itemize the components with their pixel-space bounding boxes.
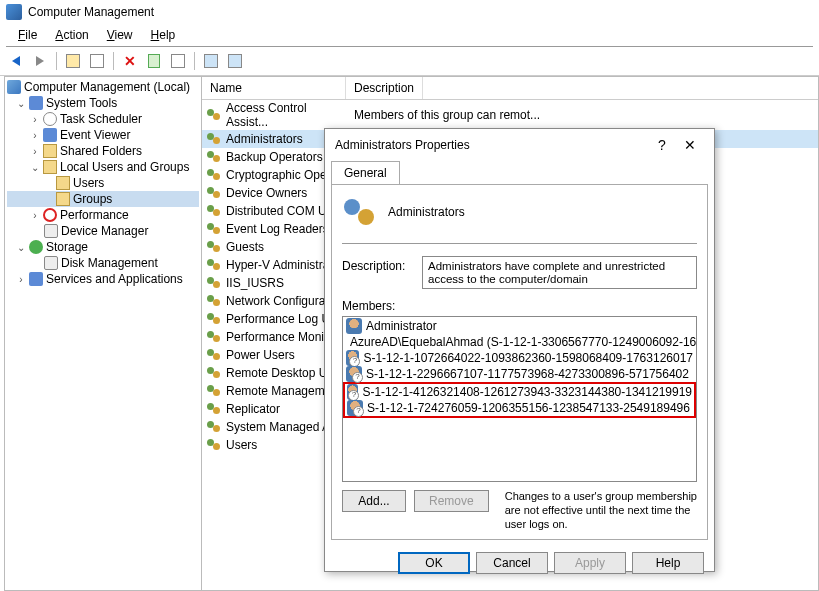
group-icon <box>206 437 222 453</box>
tab-strip: General <box>325 161 714 184</box>
member-item[interactable]: AzureAD\EquebalAhmad (S-1-12-1-330656777… <box>344 334 695 350</box>
chevron-right-icon[interactable]: › <box>30 130 40 141</box>
back-button[interactable] <box>6 51 26 71</box>
menu-action[interactable]: Action <box>47 26 96 44</box>
ok-button[interactable]: OK <box>398 552 470 574</box>
refresh-button[interactable] <box>144 51 164 71</box>
group-icon <box>206 131 222 147</box>
dialog-help-button[interactable]: ? <box>648 137 676 153</box>
window-title: Computer Management <box>28 5 154 19</box>
tree-device-manager[interactable]: Device Manager <box>7 223 199 239</box>
computer-icon <box>7 80 21 94</box>
tree-system-tools[interactable]: ⌄System Tools <box>7 95 199 111</box>
menu-view[interactable]: View <box>99 26 141 44</box>
storage-icon <box>29 240 43 254</box>
properties-button[interactable] <box>87 51 107 71</box>
tools-icon <box>29 96 43 110</box>
member-item[interactable]: S-1-12-1-1072664022-1093862360-159806840… <box>344 350 695 366</box>
up-button[interactable] <box>63 51 83 71</box>
group-icon <box>206 419 222 435</box>
tree-disk-management[interactable]: Disk Management <box>7 255 199 271</box>
dialog-buttons: OK Cancel Apply Help <box>325 546 714 580</box>
tree-services-apps[interactable]: ›Services and Applications <box>7 271 199 287</box>
members-list[interactable]: AdministratorAzureAD\EquebalAhmad (S-1-1… <box>342 316 697 482</box>
group-icon <box>206 365 222 381</box>
group-icon <box>206 329 222 345</box>
forward-button[interactable] <box>30 51 50 71</box>
chevron-down-icon[interactable]: ⌄ <box>16 98 26 109</box>
col-description[interactable]: Description <box>346 77 423 99</box>
chevron-down-icon[interactable]: ⌄ <box>16 242 26 253</box>
description-label: Description: <box>342 256 412 289</box>
chevron-right-icon[interactable]: › <box>30 114 40 125</box>
tree-label: Disk Management <box>61 256 158 270</box>
tab-general[interactable]: General <box>331 161 400 184</box>
group-icon <box>206 239 222 255</box>
member-item[interactable]: Administrator <box>344 318 695 334</box>
highlighted-members: S-1-12-1-4126321408-1261273943-332314438… <box>343 382 696 418</box>
group-icon <box>342 195 376 229</box>
tree-label: Services and Applications <box>46 272 183 286</box>
delete-button[interactable]: ✕ <box>120 51 140 71</box>
tree-groups[interactable]: Groups <box>7 191 199 207</box>
member-name: S-1-12-1-2296667107-1177573968-427330089… <box>366 367 689 381</box>
tree-event-viewer[interactable]: ›Event Viewer <box>7 127 199 143</box>
chevron-right-icon[interactable]: › <box>30 210 40 221</box>
folder-icon <box>56 192 70 206</box>
member-item[interactable]: S-1-12-1-4126321408-1261273943-332314438… <box>345 384 694 400</box>
remove-button[interactable]: Remove <box>414 490 489 512</box>
help-button[interactable] <box>201 51 221 71</box>
dialog-close-button[interactable]: ✕ <box>676 137 704 153</box>
export-button[interactable] <box>168 51 188 71</box>
tree-label: Shared Folders <box>60 144 142 158</box>
help-button[interactable]: Help <box>632 552 704 574</box>
separator <box>56 52 57 70</box>
arrow-left-icon <box>12 56 20 66</box>
folder-up-icon <box>66 54 80 68</box>
menu-file[interactable]: File <box>10 26 45 44</box>
help-icon <box>204 54 218 68</box>
extra-button[interactable] <box>225 51 245 71</box>
performance-icon <box>43 208 57 222</box>
apply-button[interactable]: Apply <box>554 552 626 574</box>
services-icon <box>29 272 43 286</box>
col-name[interactable]: Name <box>202 77 346 99</box>
tree-local-users[interactable]: ⌄Local Users and Groups <box>7 159 199 175</box>
column-headers[interactable]: Name Description <box>202 77 818 100</box>
chevron-right-icon[interactable]: › <box>16 274 26 285</box>
disk-icon <box>44 256 58 270</box>
user-icon <box>346 350 359 366</box>
dialog-titlebar[interactable]: Administrators Properties ? ✕ <box>325 129 714 161</box>
tree-label: Performance <box>60 208 129 222</box>
list-row[interactable]: Access Control Assist...Members of this … <box>202 100 818 130</box>
members-label: Members: <box>342 299 697 313</box>
tree-label: Local Users and Groups <box>60 160 189 174</box>
tree-root[interactable]: Computer Management (Local) <box>7 79 199 95</box>
description-input[interactable]: Administrators have complete and unrestr… <box>422 256 697 289</box>
clock-icon <box>43 112 57 126</box>
tree-pane[interactable]: Computer Management (Local) ⌄System Tool… <box>4 76 202 591</box>
group-icon <box>206 383 222 399</box>
description-field: Description: Administrators have complet… <box>342 256 697 289</box>
user-icon <box>346 318 362 334</box>
app-icon <box>6 4 22 20</box>
group-name: Administrators <box>388 205 465 219</box>
properties-icon <box>90 54 104 68</box>
user-icon <box>347 384 358 400</box>
menu-help[interactable]: Help <box>143 26 184 44</box>
titlebar: Computer Management <box>0 0 819 24</box>
tree-performance[interactable]: ›Performance <box>7 207 199 223</box>
chevron-down-icon[interactable]: ⌄ <box>30 162 40 173</box>
tree-users[interactable]: Users <box>7 175 199 191</box>
cancel-button[interactable]: Cancel <box>476 552 548 574</box>
tree-shared-folders[interactable]: ›Shared Folders <box>7 143 199 159</box>
member-item[interactable]: S-1-12-1-2296667107-1177573968-427330089… <box>344 366 695 382</box>
user-icon <box>347 400 363 416</box>
tree-storage[interactable]: ⌄Storage <box>7 239 199 255</box>
group-header: Administrators <box>342 195 697 244</box>
member-item[interactable]: S-1-12-1-724276059-1206355156-1238547133… <box>345 400 694 416</box>
tree-task-scheduler[interactable]: ›Task Scheduler <box>7 111 199 127</box>
chevron-right-icon[interactable]: › <box>30 146 40 157</box>
group-icon <box>206 257 222 273</box>
add-button[interactable]: Add... <box>342 490 406 512</box>
